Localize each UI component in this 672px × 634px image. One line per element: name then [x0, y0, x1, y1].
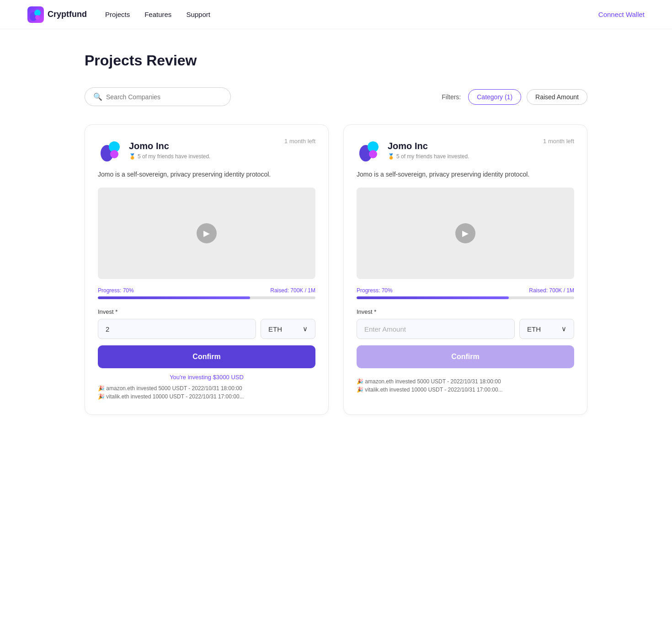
video-placeholder-1[interactable]: ▶: [357, 188, 574, 279]
project-card-1: Jomo Inc 🏅 5 of my friends have invested…: [343, 124, 587, 415]
amount-input-0[interactable]: [98, 319, 256, 339]
nav-support[interactable]: Support: [186, 11, 210, 18]
invest-label-1: Invest *: [357, 308, 574, 315]
filters-row: Filters: Category (1) Raised Amount: [442, 89, 587, 105]
friends-icon-0: 🏅: [129, 153, 136, 160]
brand-logo[interactable]: Cryptfund: [27, 6, 87, 23]
nav-features[interactable]: Features: [144, 11, 171, 18]
progress-label-1: Progress: 70%: [357, 287, 393, 294]
invest-row-1: ETH ∨: [357, 319, 574, 339]
chevron-down-icon-1: ∨: [561, 325, 566, 333]
progress-info-1: Progress: 70% Raised: 700K / 1M: [357, 287, 574, 294]
card-header-1: Jomo Inc 🏅 5 of my friends have invested…: [357, 138, 574, 162]
company-info-0: Jomo Inc 🏅 5 of my friends have invested…: [98, 138, 210, 162]
logo-icon: [27, 6, 44, 23]
company-logo-1: [357, 138, 381, 162]
amount-input-1[interactable]: [357, 319, 515, 339]
video-placeholder-0[interactable]: ▶: [98, 188, 315, 279]
progress-info-0: Progress: 70% Raised: 700K / 1M: [98, 287, 315, 294]
activity-item-1-0: 🎉 amazon.eth invested 5000 USDT - 2022/1…: [357, 378, 574, 385]
progress-bar-fill-0: [98, 296, 250, 299]
friends-invested-1: 🏅 5 of my friends have invested.: [388, 153, 469, 160]
connect-wallet-button[interactable]: Connect Wallet: [598, 11, 645, 18]
play-button-1[interactable]: ▶: [455, 223, 475, 243]
activity-item-0-1: 🎉 vitalik.eth invested 10000 USDT - 2022…: [98, 393, 315, 400]
page-content: Projects Review 🔍 Filters: Category (1) …: [75, 29, 597, 438]
page-title: Projects Review: [85, 52, 587, 69]
friends-invested-0: 🏅 5 of my friends have invested.: [129, 153, 210, 160]
progress-bar-bg-0: [98, 296, 315, 299]
activity-1: 🎉 amazon.eth invested 5000 USDT - 2022/1…: [357, 378, 574, 393]
confirm-button-0[interactable]: Confirm: [98, 345, 315, 368]
search-filter-row: 🔍 Filters: Category (1) Raised Amount: [85, 87, 587, 106]
progress-bar-bg-1: [357, 296, 574, 299]
card-description-0: Jomo is a self-sovereign, privacy preser…: [98, 170, 315, 179]
currency-label-0: ETH: [268, 325, 282, 333]
project-card-0: Jomo Inc 🏅 5 of my friends have invested…: [85, 124, 329, 415]
svg-point-6: [110, 150, 118, 158]
nav-links: Projects Features Support: [105, 11, 598, 18]
friends-icon-1: 🏅: [388, 153, 395, 160]
search-icon: 🔍: [93, 92, 102, 101]
svg-point-2: [34, 10, 41, 16]
filters-label: Filters:: [442, 93, 461, 101]
company-name-1: Jomo Inc: [388, 141, 469, 151]
svg-point-3: [35, 15, 40, 20]
navbar: Cryptfund Projects Features Support Conn…: [0, 0, 672, 29]
currency-select-0[interactable]: ETH ∨: [261, 319, 315, 339]
company-info-1: Jomo Inc 🏅 5 of my friends have invested…: [357, 138, 469, 162]
category-filter-button[interactable]: Category (1): [468, 89, 521, 105]
progress-label-0: Progress: 70%: [98, 287, 134, 294]
company-text-1: Jomo Inc 🏅 5 of my friends have invested…: [388, 141, 469, 160]
time-left-1: 1 month left: [543, 138, 574, 145]
raised-label-0: Raised: 700K / 1M: [270, 287, 315, 294]
chevron-down-icon-0: ∨: [303, 325, 308, 333]
invest-row-0: ETH ∨: [98, 319, 315, 339]
raised-label-1: Raised: 700K / 1M: [529, 287, 574, 294]
time-left-0: 1 month left: [284, 138, 315, 145]
currency-label-1: ETH: [527, 325, 541, 333]
search-input[interactable]: [106, 93, 222, 101]
activity-item-1-1: 🎉 vitalik.eth invested 10000 USDT - 2022…: [357, 387, 574, 393]
currency-select-1[interactable]: ETH ∨: [519, 319, 574, 339]
investing-text-0: You're investing $3000 USD: [98, 374, 315, 381]
company-name-0: Jomo Inc: [129, 141, 210, 151]
confirm-button-1[interactable]: Confirm: [357, 345, 574, 368]
search-box[interactable]: 🔍: [85, 87, 231, 106]
activity-item-0-0: 🎉 amazon.eth invested 5000 USDT - 2022/1…: [98, 385, 315, 392]
cards-grid: Jomo Inc 🏅 5 of my friends have invested…: [85, 124, 587, 415]
company-text-0: Jomo Inc 🏅 5 of my friends have invested…: [129, 141, 210, 160]
nav-projects[interactable]: Projects: [105, 11, 130, 18]
play-button-0[interactable]: ▶: [197, 223, 217, 243]
raised-amount-filter-button[interactable]: Raised Amount: [527, 89, 587, 105]
progress-bar-fill-1: [357, 296, 509, 299]
card-header-0: Jomo Inc 🏅 5 of my friends have invested…: [98, 138, 315, 162]
svg-point-9: [369, 150, 377, 158]
company-logo-0: [98, 138, 123, 162]
activity-0: 🎉 amazon.eth invested 5000 USDT - 2022/1…: [98, 385, 315, 400]
invest-label-0: Invest *: [98, 308, 315, 315]
brand-name: Cryptfund: [48, 10, 87, 19]
card-description-1: Jomo is a self-sovereign, privacy preser…: [357, 170, 574, 179]
